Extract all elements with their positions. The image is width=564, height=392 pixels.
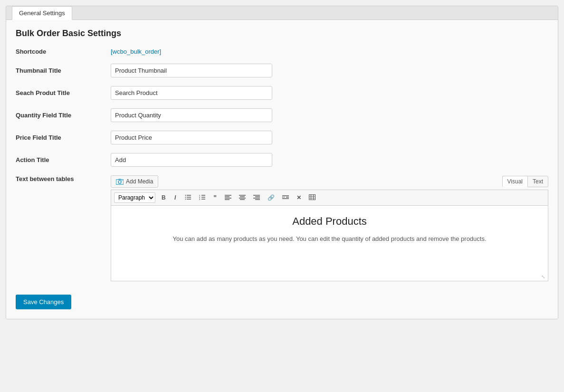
svg-text:3: 3 — [199, 198, 201, 200]
svg-point-8 — [185, 197, 186, 198]
add-media-icon — [116, 178, 124, 185]
visual-text-tabs: Visual Text — [502, 176, 548, 187]
toolbar-ul[interactable] — [182, 192, 195, 203]
tab-text[interactable]: Text — [527, 176, 548, 187]
add-media-label: Add Media — [126, 178, 153, 185]
toolbar-italic[interactable]: I — [170, 192, 181, 203]
toolbar-blockquote[interactable]: " — [210, 192, 220, 203]
price-label: Price Field Title — [16, 134, 111, 141]
svg-point-3 — [122, 180, 123, 181]
tab-visual[interactable]: Visual — [502, 176, 527, 187]
shortcode-value[interactable]: [wcbo_bulk_order] — [111, 48, 161, 55]
toolbar-bold[interactable]: B — [158, 192, 169, 203]
settings-panel: General Settings Bulk Order Basic Settin… — [6, 6, 558, 319]
editor-content-area[interactable]: Added Products You can add as many produ… — [111, 205, 548, 281]
svg-point-7 — [185, 195, 186, 196]
editor-body: You can add as many products as you need… — [121, 234, 538, 244]
svg-point-9 — [185, 199, 186, 200]
paragraph-select[interactable]: Paragraph — [114, 192, 155, 203]
editor-toolbar: Paragraph B I 123 " — [111, 190, 548, 205]
toolbar-align-center[interactable] — [236, 192, 249, 203]
svg-rect-2 — [118, 179, 121, 180]
toolbar-table[interactable] — [306, 192, 319, 203]
toolbar-link[interactable]: 🔗 — [264, 192, 278, 203]
content-area: Bulk Order Basic Settings Shortcode [wcb… — [6, 20, 558, 319]
add-media-button[interactable]: Add Media — [111, 175, 158, 188]
price-row: Price Field Title — [16, 131, 548, 144]
thumbnail-input[interactable] — [111, 64, 272, 77]
toolbar-ol[interactable]: 123 — [196, 192, 209, 203]
svg-rect-32 — [309, 194, 315, 200]
toolbar-align-left[interactable] — [221, 192, 235, 203]
shortcode-label: Shortcode — [16, 48, 111, 55]
save-changes-button[interactable]: Save Changes — [16, 295, 71, 309]
action-label: Action Title — [16, 156, 111, 163]
quantity-input[interactable] — [111, 108, 272, 122]
toolbar-fullscreen[interactable]: ✕ — [293, 192, 305, 203]
search-product-row: Seach Produt Title — [16, 86, 548, 100]
tab-general-settings[interactable]: General Settings — [12, 6, 72, 20]
quantity-row: Quantity Field TItle — [16, 108, 548, 122]
resize-handle[interactable]: ⤡ — [541, 274, 547, 280]
search-label: Seach Produt Title — [16, 89, 111, 96]
action-row: Action Title — [16, 153, 548, 167]
text-between-row: Text between tables — [16, 175, 548, 281]
quantity-label: Quantity Field TItle — [16, 112, 111, 119]
thumbnail-row: Thumbnail Title — [16, 64, 548, 77]
toolbar-align-right[interactable] — [250, 192, 263, 203]
editor-heading: Added Products — [121, 215, 538, 228]
add-media-bar: Add Media Visual Text — [111, 175, 548, 188]
tab-bar: General Settings — [6, 6, 558, 20]
shortcode-row: Shortcode [wcbo_bulk_order] — [16, 48, 548, 55]
search-input[interactable] — [111, 86, 272, 100]
text-between-label: Text between tables — [16, 175, 111, 182]
editor-wrap: Add Media Visual Text Paragraph B I — [111, 175, 548, 281]
page-title: Bulk Order Basic Settings — [16, 29, 548, 38]
svg-point-1 — [118, 181, 121, 183]
toolbar-more[interactable] — [279, 192, 292, 203]
thumbnail-label: Thumbnail Title — [16, 67, 111, 74]
action-input[interactable] — [111, 153, 272, 167]
price-input[interactable] — [111, 131, 272, 144]
